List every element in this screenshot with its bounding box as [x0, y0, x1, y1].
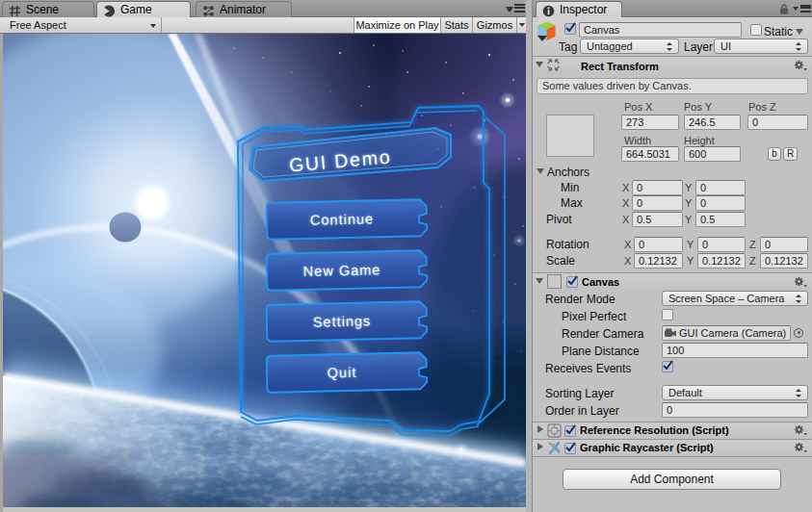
svg-text:New Game: New Game — [303, 262, 381, 279]
svg-text:Settings: Settings — [313, 313, 372, 329]
svg-text:Continue: Continue — [310, 211, 374, 227]
svg-text:Quit: Quit — [327, 365, 357, 381]
